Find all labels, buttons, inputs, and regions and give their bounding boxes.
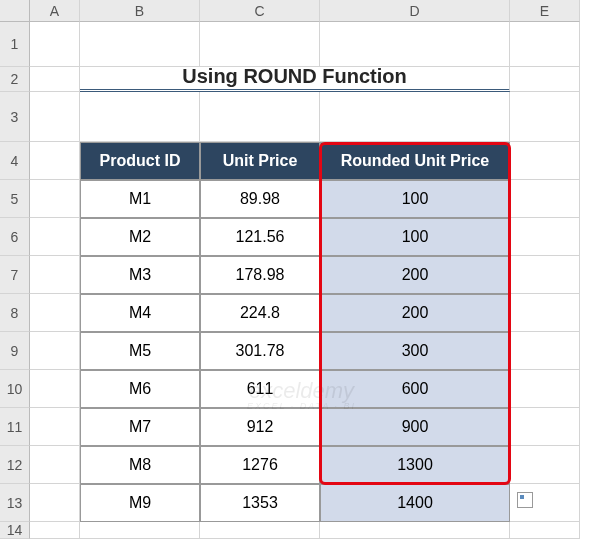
- select-all-corner[interactable]: [0, 0, 30, 22]
- row-head-5[interactable]: 5: [0, 180, 30, 218]
- table-cell-id[interactable]: M1: [80, 180, 200, 218]
- cell-a14[interactable]: [30, 522, 80, 539]
- cell-c14[interactable]: [200, 522, 320, 539]
- table-cell-price[interactable]: 178.98: [200, 256, 320, 294]
- row-head-9[interactable]: 9: [0, 332, 30, 370]
- cell-e6[interactable]: [510, 218, 580, 256]
- cell-a11[interactable]: [30, 408, 80, 446]
- cell-e5[interactable]: [510, 180, 580, 218]
- cell-a6[interactable]: [30, 218, 80, 256]
- row-head-3[interactable]: 3: [0, 92, 30, 142]
- row-head-10[interactable]: 10: [0, 370, 30, 408]
- table-cell-price[interactable]: 611: [200, 370, 320, 408]
- table-cell-rounded[interactable]: 200: [320, 256, 510, 294]
- cell-a8[interactable]: [30, 294, 80, 332]
- cell-e11[interactable]: [510, 408, 580, 446]
- table-cell-id[interactable]: M9: [80, 484, 200, 522]
- row-head-7[interactable]: 7: [0, 256, 30, 294]
- cell-e14[interactable]: [510, 522, 580, 539]
- table-cell-id[interactable]: M3: [80, 256, 200, 294]
- table-cell-rounded[interactable]: 1400: [320, 484, 510, 522]
- table-cell-price[interactable]: 912: [200, 408, 320, 446]
- header-product-id[interactable]: Product ID: [80, 142, 200, 180]
- cell-e10[interactable]: [510, 370, 580, 408]
- cell-e3[interactable]: [510, 92, 580, 142]
- cell-d14[interactable]: [320, 522, 510, 539]
- col-head-d[interactable]: D: [320, 0, 510, 22]
- cell-a2[interactable]: [30, 67, 80, 92]
- table-cell-price[interactable]: 1276: [200, 446, 320, 484]
- cell-a12[interactable]: [30, 446, 80, 484]
- col-head-b[interactable]: B: [80, 0, 200, 22]
- row-head-1[interactable]: 1: [0, 22, 30, 67]
- cell-a4[interactable]: [30, 142, 80, 180]
- header-unit-price[interactable]: Unit Price: [200, 142, 320, 180]
- table-cell-id[interactable]: M4: [80, 294, 200, 332]
- row-head-6[interactable]: 6: [0, 218, 30, 256]
- table-cell-rounded[interactable]: 100: [320, 218, 510, 256]
- cell-a13[interactable]: [30, 484, 80, 522]
- table-cell-id[interactable]: M5: [80, 332, 200, 370]
- spreadsheet-grid: A B C D E 1 2 Using ROUND Function 3 4 P…: [0, 0, 603, 539]
- cell-a1[interactable]: [30, 22, 80, 67]
- table-cell-rounded[interactable]: 300: [320, 332, 510, 370]
- col-head-a[interactable]: A: [30, 0, 80, 22]
- autofill-options-icon[interactable]: [517, 492, 533, 508]
- cell-e4[interactable]: [510, 142, 580, 180]
- row-head-2[interactable]: 2: [0, 67, 30, 92]
- cell-d3[interactable]: [320, 92, 510, 142]
- col-head-e[interactable]: E: [510, 0, 580, 22]
- row-head-12[interactable]: 12: [0, 446, 30, 484]
- table-cell-price[interactable]: 1353: [200, 484, 320, 522]
- cell-e8[interactable]: [510, 294, 580, 332]
- table-cell-rounded[interactable]: 900: [320, 408, 510, 446]
- cell-e12[interactable]: [510, 446, 580, 484]
- cell-a3[interactable]: [30, 92, 80, 142]
- table-cell-price[interactable]: 224.8: [200, 294, 320, 332]
- cell-e2[interactable]: [510, 67, 580, 92]
- table-cell-id[interactable]: M8: [80, 446, 200, 484]
- cell-a9[interactable]: [30, 332, 80, 370]
- cell-a10[interactable]: [30, 370, 80, 408]
- row-head-8[interactable]: 8: [0, 294, 30, 332]
- table-cell-rounded[interactable]: 600: [320, 370, 510, 408]
- cell-d1[interactable]: [320, 22, 510, 67]
- table-cell-rounded[interactable]: 200: [320, 294, 510, 332]
- row-head-11[interactable]: 11: [0, 408, 30, 446]
- table-cell-id[interactable]: M2: [80, 218, 200, 256]
- cell-b3[interactable]: [80, 92, 200, 142]
- row-head-14[interactable]: 14: [0, 522, 30, 539]
- cell-a5[interactable]: [30, 180, 80, 218]
- cell-e9[interactable]: [510, 332, 580, 370]
- page-title[interactable]: Using ROUND Function: [80, 67, 510, 92]
- table-cell-id[interactable]: M6: [80, 370, 200, 408]
- cell-b1[interactable]: [80, 22, 200, 67]
- table-cell-price[interactable]: 301.78: [200, 332, 320, 370]
- header-rounded[interactable]: Rounded Unit Price: [320, 142, 510, 180]
- cell-a7[interactable]: [30, 256, 80, 294]
- cell-c3[interactable]: [200, 92, 320, 142]
- table-cell-rounded[interactable]: 100: [320, 180, 510, 218]
- table-cell-id[interactable]: M7: [80, 408, 200, 446]
- table-cell-rounded[interactable]: 1300: [320, 446, 510, 484]
- table-cell-price[interactable]: 121.56: [200, 218, 320, 256]
- table-cell-price[interactable]: 89.98: [200, 180, 320, 218]
- cell-e7[interactable]: [510, 256, 580, 294]
- col-head-c[interactable]: C: [200, 0, 320, 22]
- row-head-4[interactable]: 4: [0, 142, 30, 180]
- row-head-13[interactable]: 13: [0, 484, 30, 522]
- cell-c1[interactable]: [200, 22, 320, 67]
- cell-b14[interactable]: [80, 522, 200, 539]
- cell-e1[interactable]: [510, 22, 580, 67]
